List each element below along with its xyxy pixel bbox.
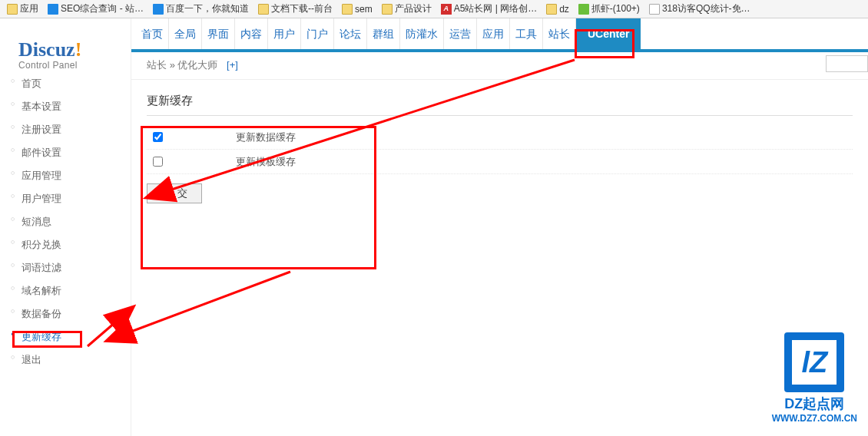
sidebar-item-11[interactable]: 更新缓存: [0, 325, 131, 348]
nav-item-7[interactable]: 群组: [367, 18, 400, 49]
watermark: lZ DZ起点网 WWW.DZ7.COM.CN: [772, 332, 857, 424]
folder-icon: [546, 4, 557, 15]
nav-item-12[interactable]: 站长: [543, 18, 576, 49]
folder-icon: [7, 4, 18, 15]
breadcrumb-item[interactable]: 站长: [147, 59, 167, 71]
search-input[interactable]: [826, 55, 868, 72]
bookmark-item[interactable]: 百度一下，你就知道: [151, 2, 251, 15]
sidebar-item-5[interactable]: 用户管理: [0, 187, 131, 210]
site-icon: [649, 4, 660, 15]
sidebar-item-3[interactable]: 邮件设置: [0, 141, 131, 164]
logo: Discuz! Control Panel: [18, 38, 81, 71]
update-template-cache-checkbox[interactable]: [153, 157, 163, 167]
sidebar-item-4[interactable]: 应用管理: [0, 164, 131, 187]
nav-item-0[interactable]: 首页: [136, 18, 169, 49]
folder-icon: [258, 4, 269, 15]
option-row: 更新模板缓存: [147, 150, 853, 174]
bookmark-item[interactable]: sem: [340, 4, 375, 15]
sidebar-item-8[interactable]: 词语过滤: [0, 256, 131, 279]
nav-item-11[interactable]: 工具: [510, 18, 543, 49]
bookmark-item[interactable]: 产品设计: [379, 2, 434, 15]
folder-icon: [342, 4, 353, 15]
site-icon: [153, 4, 164, 15]
nav-item-2[interactable]: 界面: [202, 18, 235, 49]
content-area: 更新缓存 更新数据缓存 更新模板缓存 提 交: [131, 80, 868, 217]
option-label: 更新数据缓存: [236, 130, 296, 144]
sidebar: Discuz! Control Panel 首页基本设置注册设置邮件设置应用管理…: [0, 18, 131, 436]
sidebar-item-9[interactable]: 域名解析: [0, 279, 131, 302]
nav-item-8[interactable]: 防灌水: [400, 18, 444, 49]
option-row: 更新数据缓存: [147, 125, 853, 150]
sidebar-item-7[interactable]: 积分兑换: [0, 233, 131, 256]
bookmark-item[interactable]: dz: [544, 4, 571, 15]
nav-item-1[interactable]: 全局: [169, 18, 202, 49]
bookmark-item[interactable]: AA5站长网 | 网络创…: [439, 2, 539, 15]
watermark-title: DZ起点网: [772, 395, 857, 413]
browser-bookmarks-bar: 应用 SEO综合查询 - 站… 百度一下，你就知道 文档下载--前台 sem 产…: [0, 0, 868, 18]
sidebar-item-10[interactable]: 数据备份: [0, 302, 131, 325]
sidebar-item-2[interactable]: 注册设置: [0, 118, 131, 141]
breadcrumb-add[interactable]: [+]: [227, 59, 238, 71]
submit-button[interactable]: 提 交: [147, 183, 202, 203]
bookmark-item[interactable]: 318访客QQ统计-免…: [647, 2, 753, 15]
sidebar-item-12[interactable]: 退出: [0, 348, 131, 372]
breadcrumb-item[interactable]: 优化大师: [177, 59, 217, 71]
sidebar-item-6[interactable]: 短消息: [0, 210, 131, 233]
top-nav: 首页全局界面内容用户门户论坛群组防灌水运营应用工具站长 UCenter: [131, 18, 868, 49]
watermark-logo: lZ: [784, 332, 844, 392]
breadcrumb-sep: »: [170, 59, 175, 71]
breadcrumb: 站长 » 优化大师 [+]: [131, 52, 868, 80]
watermark-url: WWW.DZ7.COM.CN: [772, 413, 857, 424]
bookmark-item[interactable]: 抓虾-(100+): [576, 2, 642, 15]
nav-item-10[interactable]: 应用: [477, 18, 510, 49]
site-icon: [48, 4, 58, 15]
site-icon: [578, 4, 589, 15]
bookmark-item[interactable]: 文档下载--前台: [256, 2, 335, 15]
update-data-cache-checkbox[interactable]: [153, 132, 163, 142]
sidebar-item-0[interactable]: 首页: [0, 72, 131, 95]
nav-item-9[interactable]: 运营: [444, 18, 477, 49]
nav-item-6[interactable]: 论坛: [334, 18, 367, 49]
main-panel: 首页全局界面内容用户门户论坛群组防灌水运营应用工具站长 UCenter 站长 »…: [131, 18, 868, 436]
nav-ucenter[interactable]: UCenter: [576, 18, 641, 49]
sidebar-item-1[interactable]: 基本设置: [0, 95, 131, 118]
bookmark-item[interactable]: 应用: [5, 2, 41, 15]
site-icon: A: [441, 4, 452, 15]
option-label: 更新模板缓存: [236, 155, 296, 169]
section-title: 更新缓存: [147, 94, 853, 116]
nav-item-3[interactable]: 内容: [235, 18, 268, 49]
bookmark-item[interactable]: SEO综合查询 - 站…: [45, 2, 146, 15]
nav-item-5[interactable]: 门户: [301, 18, 334, 49]
nav-item-4[interactable]: 用户: [268, 18, 301, 49]
folder-icon: [382, 4, 393, 15]
